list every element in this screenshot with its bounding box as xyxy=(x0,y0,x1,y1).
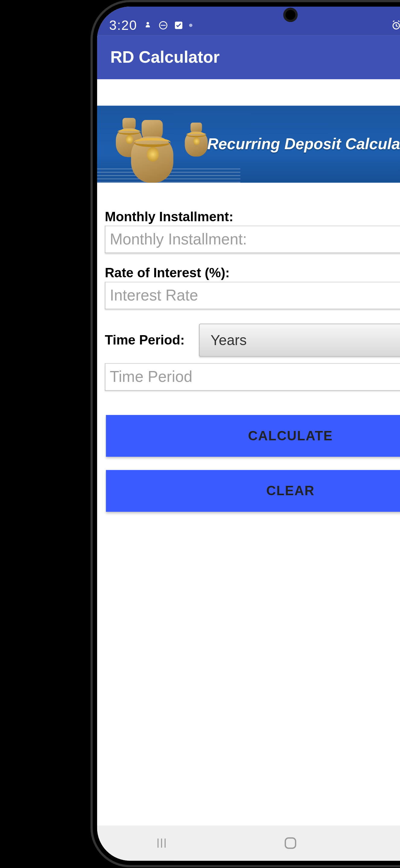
banner-title: Recurring Deposit Calculator xyxy=(207,135,400,153)
period-label: Time Period: xyxy=(105,333,184,348)
clear-button[interactable]: CLEAR xyxy=(106,470,400,512)
home-button[interactable] xyxy=(268,832,313,854)
alarm-icon xyxy=(391,20,400,31)
svg-point-0 xyxy=(146,22,149,24)
calculate-button[interactable]: CALCULATE xyxy=(106,415,400,457)
installment-label: Monthly Installment: xyxy=(105,209,400,224)
back-button[interactable] xyxy=(397,832,400,854)
front-camera xyxy=(283,8,297,22)
form: Monthly Installment: Rate of Interest (%… xyxy=(97,183,400,391)
status-time: 3:20 xyxy=(109,18,137,33)
dnd-icon xyxy=(158,21,168,30)
rate-label: Rate of Interest (%): xyxy=(105,265,400,281)
recents-button[interactable] xyxy=(140,832,184,854)
status-bar: 3:20 Vo)) LTE1 xyxy=(97,7,400,35)
svg-rect-12 xyxy=(285,838,296,848)
system-nav-bar xyxy=(97,826,400,861)
app-bar: RD Calculator xyxy=(97,35,400,79)
period-unit-dropdown[interactable]: Years xyxy=(199,324,400,357)
more-notifications-dot xyxy=(189,24,192,27)
app-title: RD Calculator xyxy=(110,48,220,67)
button-group: CALCULATE CLEAR xyxy=(97,391,400,512)
period-unit-selected: Years xyxy=(210,332,247,349)
content: Recurring Deposit Calculator Monthly Ins… xyxy=(97,79,400,826)
money-bag-icon xyxy=(182,121,210,157)
installment-input[interactable] xyxy=(105,226,400,253)
status-left: 3:20 xyxy=(109,18,192,33)
rate-input[interactable] xyxy=(105,282,400,309)
call-icon xyxy=(143,21,153,30)
screen: 3:20 Vo)) LTE1 xyxy=(97,7,400,861)
device-frame: 3:20 Vo)) LTE1 xyxy=(90,0,400,867)
period-input[interactable] xyxy=(105,363,400,391)
banner: Recurring Deposit Calculator xyxy=(97,106,400,183)
checkbox-icon xyxy=(173,21,183,30)
status-right: Vo)) LTE1 4G 84 xyxy=(391,18,400,33)
money-bag-icon xyxy=(126,117,178,183)
